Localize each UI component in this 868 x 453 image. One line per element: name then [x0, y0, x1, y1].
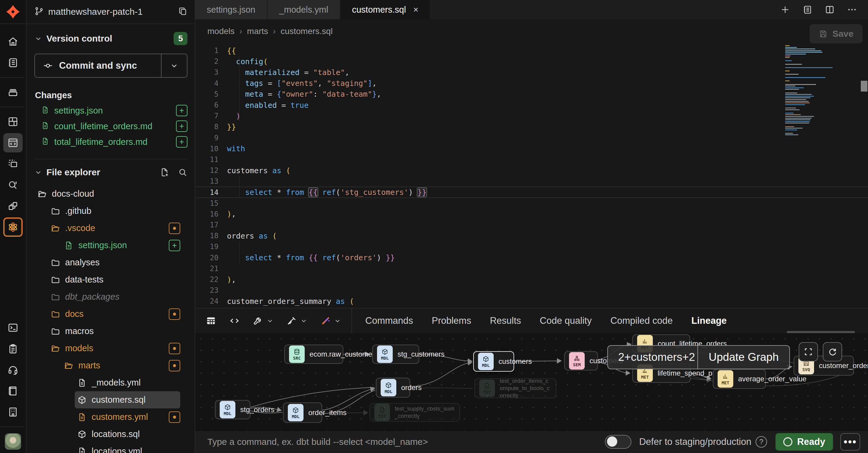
panel-tab-commands[interactable]: Commands: [365, 315, 413, 326]
rail-item-clipboard[interactable]: [3, 339, 23, 358]
panel-tab-code-quality[interactable]: Code quality: [540, 315, 592, 326]
notebook-icon[interactable]: [802, 4, 812, 15]
split-editor-icon[interactable]: [825, 4, 835, 15]
tree-item-.vscode[interactable]: .vscode: [34, 220, 187, 237]
close-tab-icon[interactable]: ×: [413, 4, 418, 15]
rail-item-frame-select[interactable]: [3, 154, 23, 173]
refresh-button[interactable]: [823, 342, 842, 361]
lineage-node-order_items[interactable]: MDLorder_items: [283, 402, 322, 423]
tabbar-scroll-indicator[interactable]: [787, 331, 855, 333]
fullscreen-button[interactable]: [799, 342, 818, 361]
file-icon: [64, 241, 73, 250]
tree-item-settings.json[interactable]: settings.json+: [34, 237, 187, 254]
editor-scrollbar[interactable]: [861, 81, 867, 92]
changed-file-row[interactable]: count_lifetime_orders.md+: [34, 118, 187, 134]
modified-badge: [169, 412, 180, 423]
rail-item-atom[interactable]: [3, 218, 23, 237]
stage-add-badge[interactable]: +: [176, 105, 187, 116]
search-icon[interactable]: [178, 167, 187, 177]
lineage-node-orders[interactable]: MDLorders: [376, 378, 410, 397]
tree-item-locations.yml[interactable]: locations.yml: [34, 443, 187, 453]
panel-tab-compiled-code[interactable]: Compiled code: [610, 315, 673, 326]
tab-settings.json[interactable]: settings.json: [195, 0, 267, 19]
more-options-icon[interactable]: [847, 4, 857, 15]
more-menu-button[interactable]: •••: [840, 433, 860, 451]
editor-code[interactable]: 1{{2 config(3 materialized = "table",4 t…: [195, 45, 868, 307]
rail-item-avatar[interactable]: [3, 432, 23, 451]
new-file-icon[interactable]: [160, 167, 169, 177]
rail-item-archive[interactable]: [3, 83, 23, 102]
changed-file-row[interactable]: settings.json+: [34, 103, 187, 118]
rail-item-grid[interactable]: [3, 112, 23, 131]
tree-item-data-tests[interactable]: data-tests: [34, 271, 187, 288]
changed-file-row[interactable]: total_lifetime_orders.md+: [34, 134, 187, 150]
breadcrumb-part[interactable]: models: [207, 27, 235, 36]
rail-item-building[interactable]: [3, 402, 23, 422]
tree-item-customers.yml[interactable]: customers.yml: [34, 409, 187, 426]
breadcrumb-part[interactable]: customers.sql: [281, 27, 333, 36]
help-icon[interactable]: ?: [755, 436, 767, 448]
folder-icon: [37, 189, 47, 199]
rail-item-search-insights[interactable]: [3, 175, 23, 195]
dbt-logo[interactable]: [0, 0, 26, 24]
lineage-node-stg_orders[interactable]: MDLstg_orders: [215, 400, 250, 419]
panel-tab-problems[interactable]: Problems: [432, 315, 471, 326]
stage-add-badge[interactable]: +: [176, 121, 187, 132]
new-tab-icon[interactable]: [780, 4, 790, 15]
panel-tab-results[interactable]: Results: [490, 315, 521, 326]
tree-item-marts[interactable]: marts: [34, 357, 187, 374]
code-line-4: 4 tags = ["events", "staging"],: [195, 78, 868, 89]
lineage-node-test_supply_costs_sum_correctly[interactable]: TSTtest_supply_costs_sum_correctly: [370, 403, 460, 422]
ai-assist-dropdown[interactable]: [320, 315, 341, 326]
commit-and-sync-button[interactable]: Commit and sync: [34, 54, 187, 78]
tree-item-.github[interactable]: .github: [34, 202, 187, 220]
tree-item-customers.sql[interactable]: customers.sql: [34, 391, 187, 409]
defer-toggle[interactable]: [605, 435, 631, 449]
minimap[interactable]: [785, 45, 841, 136]
commit-options-dropdown[interactable]: [161, 54, 187, 77]
rail-item-code-window[interactable]: [3, 133, 23, 153]
version-control-title: Version control: [46, 33, 174, 44]
tree-item-docs-cloud[interactable]: docs-cloud: [34, 185, 187, 202]
lineage-node-stg_customers[interactable]: MDLstg_customers: [372, 345, 419, 364]
stage-add-badge[interactable]: +: [176, 136, 187, 148]
tab-_models.yml[interactable]: _models.yml: [268, 0, 340, 19]
rail-item-notebook[interactable]: [3, 53, 23, 72]
chevron-down-icon[interactable]: [34, 35, 42, 42]
lineage-node-customers[interactable]: MDLcustomers: [473, 351, 514, 372]
branch-icon: [34, 6, 44, 17]
update-graph-button[interactable]: Update Graph: [698, 346, 789, 369]
tree-item-dbt_packages[interactable]: dbt_packages: [34, 288, 187, 305]
rail-item-headphones[interactable]: [3, 360, 23, 380]
tree-item-_models.yml[interactable]: _models.yml: [34, 374, 187, 391]
tree-item-analyses[interactable]: analyses: [34, 254, 187, 271]
rail-item-home[interactable]: [3, 32, 23, 51]
panel-tab-lineage[interactable]: Lineage: [691, 315, 727, 326]
results-table-icon[interactable]: [206, 315, 216, 326]
branch-name[interactable]: matthewshaver-patch-1: [48, 7, 178, 17]
lineage-node-customers[interactable]: SEMcustomers: [564, 351, 598, 370]
tree-item-docs[interactable]: docs: [34, 305, 187, 323]
tab-customers.sql[interactable]: customers.sql×: [341, 0, 430, 19]
status-badge[interactable]: Ready: [775, 433, 833, 451]
rail-item-terminal[interactable]: [3, 318, 23, 337]
rail-item-book[interactable]: [3, 381, 23, 400]
lineage-selector-input[interactable]: 2+customers+2: [608, 346, 698, 369]
copy-branch-icon[interactable]: [178, 6, 187, 17]
tree-item-models[interactable]: models: [34, 340, 187, 357]
tree-item-locations.sql[interactable]: locations.sql: [34, 426, 187, 443]
lineage-node-test_order_items_compute_to_bools_correctly[interactable]: TSTtest_order_items_compute_to_bools_cor…: [474, 378, 556, 398]
breadcrumb-part[interactable]: marts: [247, 27, 268, 36]
format-dropdown[interactable]: [286, 315, 307, 326]
command-input[interactable]: [207, 437, 605, 447]
tree-item-macros[interactable]: macros: [34, 323, 187, 340]
avatar[interactable]: [5, 433, 21, 450]
code-line-11: 11: [195, 154, 868, 165]
save-button[interactable]: Save: [809, 24, 863, 43]
lineage-node-average_order_value[interactable]: METaverage_order_value: [713, 369, 766, 389]
build-tools-dropdown[interactable]: [253, 315, 274, 326]
code-icon[interactable]: [229, 315, 240, 326]
rail-item-compare[interactable]: [3, 196, 23, 216]
lineage-node-ecom.raw_customers[interactable]: SRCecom.raw_customers: [284, 345, 343, 364]
chevron-down-icon[interactable]: [34, 168, 42, 176]
